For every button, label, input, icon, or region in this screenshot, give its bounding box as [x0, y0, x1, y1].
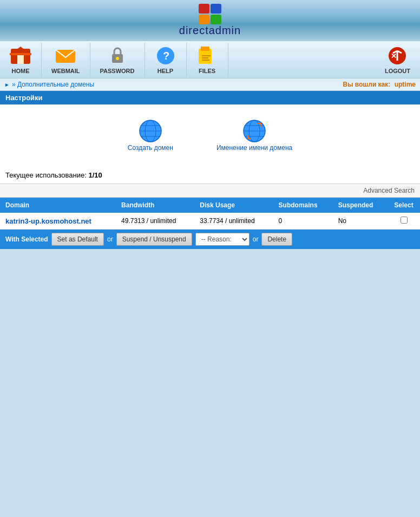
suspend-unsuspend-button[interactable]: Suspend / Unsuspend	[116, 233, 192, 246]
webmail-label: WEBMAIL	[51, 68, 80, 74]
home-label: HOME	[12, 68, 30, 74]
svg-point-6	[116, 57, 119, 60]
svg-rect-12	[202, 57, 208, 58]
usage-value: 1/10	[88, 171, 102, 179]
breadcrumb-link[interactable]: » Дополнительные домены	[12, 81, 94, 88]
breadcrumb-username: uptime	[395, 81, 416, 88]
domain-table: Domain Bandwidth Disk Usage Subdomains S…	[0, 198, 420, 230]
advanced-search-link[interactable]: Advanced Search	[363, 187, 415, 194]
logo-tile-blue	[211, 4, 221, 14]
icons-row: Создать домен Именение имени домена	[5, 113, 415, 162]
nav-password[interactable]: PASSWORD	[90, 43, 145, 77]
svg-text:?: ?	[163, 50, 169, 62]
delete-button[interactable]: Delete	[261, 233, 292, 246]
usage-label: Текущее использование:	[5, 171, 87, 179]
select-checkbox[interactable]	[401, 217, 408, 224]
nav-files[interactable]: FILES	[187, 43, 228, 77]
table-row: katrin3-up.kosmohost.net 49.7313 / unlim…	[0, 213, 420, 230]
main-content: Создать домен Именение имени домена	[0, 104, 420, 168]
nav-logout[interactable]: ✕ LOGOUT	[375, 43, 420, 77]
actions-bar: With Selected Set as Default or Suspend …	[0, 230, 420, 249]
cell-domain: katrin3-up.kosmohost.net	[0, 213, 116, 230]
col-bandwidth: Bandwidth	[116, 198, 194, 213]
rename-domain-icon-item[interactable]: Именение имени домена	[216, 118, 292, 152]
with-selected-label: With Selected	[5, 235, 48, 243]
logo-tile-red	[199, 4, 209, 14]
svg-rect-11	[202, 55, 211, 56]
logout-icon: ✕	[386, 45, 408, 66]
header: directadmin	[0, 0, 420, 41]
create-domain-label: Создать домен	[128, 144, 173, 152]
breadcrumb-bar: ► » Дополнительные домены Вы вошли как: …	[0, 78, 420, 91]
col-subdomains: Subdomains	[273, 198, 333, 213]
breadcrumb-arrow: ►	[4, 82, 10, 88]
cell-subdomains: 0	[273, 213, 333, 230]
help-label: HELP	[158, 68, 173, 74]
advanced-search-bar: Advanced Search	[0, 184, 420, 198]
create-domain-link[interactable]: Создать домен	[128, 118, 173, 152]
nav-webmail[interactable]: WEBMAIL	[42, 43, 90, 77]
page-background	[0, 249, 420, 517]
home-icon	[10, 45, 31, 66]
actions-or-1: or	[107, 235, 113, 243]
table-header-row: Domain Bandwidth Disk Usage Subdomains S…	[0, 198, 420, 213]
help-icon: ?	[155, 45, 176, 66]
rename-domain-label: Именение имени домена	[216, 144, 292, 152]
svg-rect-10	[201, 47, 209, 51]
files-icon	[196, 45, 218, 66]
domain-name: katrin3-up.kosmohost.net	[5, 217, 91, 225]
logo-icon	[199, 4, 221, 24]
logout-label: LOGOUT	[385, 68, 410, 74]
usage-line: Текущее использование: 1/10	[0, 168, 420, 184]
breadcrumb-user-prefix: Вы вошли как:	[343, 81, 390, 88]
breadcrumb: ► » Дополнительные домены	[4, 81, 94, 88]
create-domain-icon-item[interactable]: Создать домен	[128, 118, 173, 152]
rename-domain-link[interactable]: Именение имени домена	[216, 118, 292, 152]
col-domain: Domain	[0, 198, 116, 213]
logo-tile-orange	[199, 15, 209, 24]
files-label: FILES	[199, 68, 215, 74]
password-label: PASSWORD	[100, 68, 135, 74]
svg-text:✕: ✕	[391, 52, 397, 60]
col-disk-usage: Disk Usage	[194, 198, 273, 213]
create-domain-globe-icon	[137, 118, 163, 144]
cell-suspended: No	[333, 213, 388, 230]
reason-select[interactable]: -- Reason:	[195, 233, 250, 246]
cell-bandwidth: 49.7313 / unlimited	[116, 213, 194, 230]
webmail-icon	[55, 45, 76, 66]
col-select: Select	[388, 198, 420, 213]
rename-domain-globe-icon	[241, 118, 267, 144]
cell-select[interactable]	[388, 213, 420, 230]
svg-rect-3	[10, 53, 31, 55]
svg-rect-13	[202, 60, 209, 61]
col-suspended: Suspended	[333, 198, 388, 213]
logo: directadmin	[179, 4, 241, 37]
svg-rect-2	[17, 55, 24, 64]
logo-tile-green	[211, 15, 221, 24]
breadcrumb-user: Вы вошли как: uptime	[343, 81, 416, 88]
actions-or-2: or	[253, 235, 259, 243]
cell-disk-usage: 33.7734 / unlimited	[194, 213, 273, 230]
set-default-button[interactable]: Set as Default	[51, 233, 104, 246]
nav-home[interactable]: HOME	[0, 43, 42, 77]
password-icon	[107, 45, 128, 66]
nav-help[interactable]: ? HELP	[145, 43, 187, 77]
section-title: Настройки	[0, 91, 420, 104]
logo-text: directadmin	[179, 24, 241, 37]
navbar: HOME WEBMAIL PASSWORD ? HELP	[0, 41, 420, 78]
